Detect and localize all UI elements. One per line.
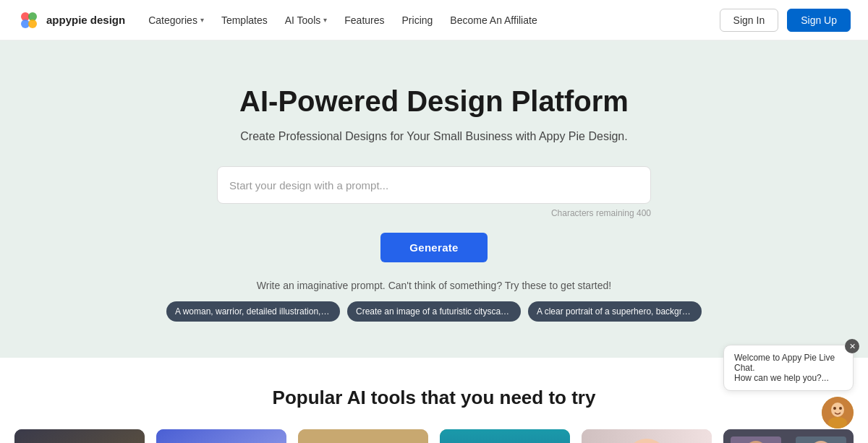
tool-card-img-4 (582, 429, 712, 443)
hero-subtitle: Create Professional Designs for Your Sma… (240, 130, 627, 143)
nav-links: Categories ▾ Templates AI Tools ▾ Featur… (148, 14, 537, 26)
nav-features[interactable]: Features (344, 14, 384, 26)
chat-widget: Welcome to Appy Pie Live Chat. How can w… (723, 345, 854, 429)
chat-avatar[interactable] (822, 397, 854, 429)
svg-point-42 (839, 407, 842, 410)
chevron-down-icon: ▾ (323, 16, 327, 24)
tools-grid: AI Image GeneratorMountaineerAI Logo Gen… (14, 429, 854, 443)
signup-button[interactable]: Sign Up (787, 9, 851, 32)
nav-ai-tools[interactable]: AI Tools ▾ (285, 14, 328, 26)
suggestion-chip-3[interactable]: A clear portrait of a superhero, backgro… (528, 301, 702, 322)
chat-bubble: Welcome to Appy Pie Live Chat. How can w… (723, 345, 854, 391)
logo-text: appypie design (46, 14, 125, 26)
nav-categories[interactable]: Categories ▾ (148, 14, 204, 26)
chat-widget-container: Welcome to Appy Pie Live Chat. How can w… (723, 345, 854, 391)
navbar-right: Sign In Sign Up (720, 9, 851, 32)
tool-card[interactable]: MountaineerAI Logo Generator (156, 429, 286, 443)
tool-card-img-2 (298, 429, 428, 443)
navbar: appypie design Categories ▾ Templates AI… (0, 0, 868, 40)
signin-button[interactable]: Sign In (720, 9, 779, 32)
chat-avatar-img (822, 397, 854, 429)
svg-rect-19 (440, 429, 570, 443)
navbar-left: appypie design Categories ▾ Templates AI… (17, 9, 537, 32)
svg-rect-8 (156, 429, 286, 443)
prompt-input[interactable] (229, 176, 639, 194)
char-count: Characters remaining 400 (217, 208, 651, 218)
prompt-container: Characters remaining 400 (217, 166, 651, 218)
tool-card-img-1: Mountaineer (156, 429, 286, 443)
chat-close-button[interactable]: ✕ (845, 339, 859, 353)
nav-affiliate[interactable]: Become An Affiliate (450, 14, 537, 26)
tool-card[interactable]: AI Image Generator (14, 429, 145, 443)
tool-card[interactable]: AI Image to Animation (582, 429, 712, 443)
svg-point-3 (28, 20, 37, 28)
svg-rect-13 (298, 429, 428, 443)
suggestion-chip-2[interactable]: Create an image of a futuristic cityscap… (347, 301, 521, 322)
tool-card-img-3 (440, 429, 570, 443)
tool-card-img-0 (14, 429, 145, 443)
prompt-hint: Write an imaginative prompt. Can't think… (257, 280, 611, 291)
svg-rect-4 (14, 429, 145, 443)
prompt-suggestions: A woman, warrior, detailed illustration,… (166, 301, 702, 322)
svg-point-40 (828, 417, 847, 429)
hero-section: AI-Powered Design Platform Create Profes… (0, 40, 868, 358)
suggestion-chip-1[interactable]: A woman, warrior, detailed illustration,… (166, 301, 340, 322)
tool-card-img-5 (723, 429, 854, 443)
nav-pricing[interactable]: Pricing (402, 14, 433, 26)
generate-button[interactable]: Generate (380, 233, 487, 262)
svg-point-39 (831, 403, 844, 417)
logo[interactable]: appypie design (17, 9, 125, 32)
tool-card[interactable]: AI Face Swap (723, 429, 854, 443)
chat-bubble-text: Welcome to Appy Pie Live Chat. How can w… (734, 353, 835, 383)
chevron-down-icon: ▾ (200, 16, 204, 24)
tool-card[interactable]: AI Animation Generator (440, 429, 570, 443)
logo-icon (17, 9, 41, 32)
nav-templates[interactable]: Templates (221, 14, 268, 26)
hero-title: AI-Powered Design Platform (239, 84, 629, 119)
svg-point-41 (833, 407, 836, 410)
prompt-box (217, 166, 651, 204)
tool-card[interactable]: AI Video Generator (298, 429, 428, 443)
